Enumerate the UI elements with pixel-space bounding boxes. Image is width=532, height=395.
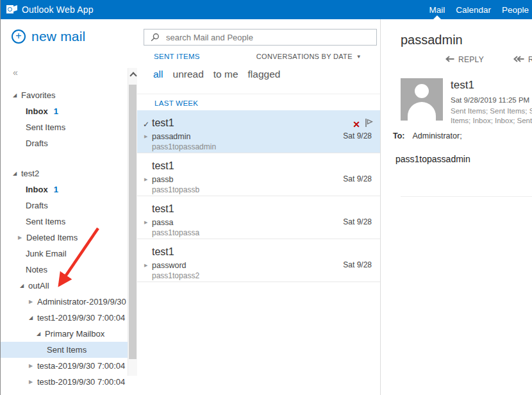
folder-tree: ◢Favorites Inbox1 Sent Items Drafts ◢tes…: [0, 87, 128, 390]
top-navigation: Mail Calendar People: [428, 0, 529, 19]
mailbox-test2[interactable]: ◢test2: [0, 165, 128, 181]
folder-deleted-items[interactable]: ▶Deleted Items: [0, 230, 128, 246]
new-mail-button[interactable]: new mail: [12, 29, 85, 44]
folder-inbox-favorites[interactable]: Inbox1: [0, 103, 128, 119]
sender-name[interactable]: test1: [451, 79, 474, 92]
filter-all[interactable]: all: [153, 69, 163, 80]
unread-count-badge: 1: [54, 103, 58, 119]
tree-expander-icon[interactable]: ◢: [13, 165, 21, 181]
expand-conversation-icon[interactable]: ▶: [144, 134, 147, 139]
folder-sent-items-selected[interactable]: Sent Items: [0, 342, 128, 358]
reply-all-arrow-icon: [513, 55, 524, 64]
collapse-pane-button[interactable]: «: [13, 67, 18, 78]
search-box[interactable]: [144, 29, 377, 46]
folder-primary-mailbox[interactable]: ◢Primary Mailbox: [0, 326, 128, 342]
expand-conversation-icon[interactable]: ▶: [144, 220, 147, 225]
app-title: Outlook Web App: [22, 4, 94, 15]
message-subject: passadmin: [401, 33, 463, 47]
scroll-up-icon[interactable]: [129, 72, 137, 79]
nav-people[interactable]: People: [501, 0, 529, 19]
sender-avatar: [401, 78, 443, 121]
folder-pane: new mail « ◢Favorites Inbox1 Sent Items …: [0, 19, 128, 395]
folder-administrator-snapshot[interactable]: ▶Administrator-2019/9/30 7:: [0, 294, 128, 310]
reply-button[interactable]: REPLY: [445, 55, 484, 64]
delete-icon[interactable]: ✕: [353, 120, 360, 129]
message-datetime: Sat 9/28/2019 11:25 PM: [451, 96, 529, 104]
plus-circle-icon: [12, 29, 26, 44]
search-icon: [151, 33, 160, 42]
tree-expander-icon[interactable]: ◢: [29, 310, 37, 326]
tree-expander-icon[interactable]: ▶: [29, 374, 37, 390]
to-label: To:: [393, 131, 405, 140]
app-logo: Outlook Web App: [6, 0, 94, 19]
mail-item[interactable]: ✓ test1 ✕ ▶ passadmin pass1topassadmin S…: [137, 110, 380, 153]
to-line: To:Administrator;: [393, 131, 462, 140]
expand-conversation-icon[interactable]: ▶: [144, 177, 147, 182]
folder-testb-snapshot[interactable]: ▶testb-2019/9/30 7:00:04: [0, 374, 128, 390]
tree-expander-icon[interactable]: ▶: [18, 230, 26, 246]
folder-testa-snapshot[interactable]: ▶testa-2019/9/30 7:00:04: [0, 358, 128, 374]
message-body: pass1topassadmin: [395, 154, 470, 164]
to-recipient[interactable]: Administrator;: [413, 131, 462, 140]
folder-drafts-test2[interactable]: Drafts: [0, 198, 128, 214]
mail-item[interactable]: test1 ▶ password pass1topass2 Sat 9/28: [137, 239, 380, 282]
message-list-pane: SENT ITEMS CONVERSATIONS BY DATE▼ all un…: [137, 19, 381, 395]
tree-expander-icon[interactable]: ◢: [37, 326, 45, 342]
unread-count-badge: 1: [54, 181, 58, 198]
mail-item[interactable]: test1 ▶ passb pass1topassb Sat 9/28: [137, 153, 380, 196]
filter-flagged[interactable]: flagged: [248, 69, 281, 80]
folder-drafts-favorites[interactable]: Drafts: [0, 135, 128, 151]
window-left-edge: [0, 0, 1, 395]
conversation-folder-list: Sent Items; Sent Items; Sen Items; Inbox…: [451, 106, 532, 126]
folder-favorites[interactable]: ◢Favorites: [0, 87, 128, 103]
selected-check-icon: ✓: [143, 120, 149, 129]
folder-junk-email[interactable]: Junk Email: [0, 246, 128, 262]
reading-pane: passadmin REPLY REP test1 Sat 9/28/2019 …: [381, 19, 532, 395]
filter-unread[interactable]: unread: [173, 69, 204, 80]
folder-sent-items-favorites[interactable]: Sent Items: [0, 119, 128, 135]
reply-arrow-icon: [445, 55, 454, 64]
search-input[interactable]: [165, 32, 376, 43]
tree-expander-icon[interactable]: ▶: [29, 358, 37, 374]
scrollbar-thumb[interactable]: [129, 85, 137, 359]
nav-mail[interactable]: Mail: [428, 0, 445, 19]
top-app-bar: Outlook Web App Mail Calendar People: [0, 0, 532, 19]
reply-all-button[interactable]: REP: [513, 55, 532, 64]
list-filters: all unread to me flagged: [153, 69, 280, 80]
tree-expander-icon[interactable]: ◢: [20, 278, 28, 294]
filter-to-me[interactable]: to me: [213, 69, 238, 80]
sort-by-dropdown[interactable]: CONVERSATIONS BY DATE▼: [256, 53, 362, 60]
folder-outall[interactable]: ◢outAll: [0, 278, 128, 294]
list-header: SENT ITEMS CONVERSATIONS BY DATE▼: [154, 53, 362, 60]
folder-test1-snapshot[interactable]: ◢test1-2019/9/30 7:00:04: [0, 310, 128, 326]
folder-inbox-test2[interactable]: Inbox1: [0, 181, 128, 198]
tree-expander-icon[interactable]: ▶: [29, 294, 37, 310]
group-header: LAST WEEK: [137, 94, 380, 111]
nav-calendar[interactable]: Calendar: [455, 0, 492, 19]
current-folder-label: SENT ITEMS: [154, 53, 200, 60]
message-divider: [401, 196, 532, 197]
outlook-logo-icon: [6, 4, 17, 15]
expand-conversation-icon[interactable]: ▶: [144, 263, 147, 268]
mail-item[interactable]: test1 ▶ passa pass1topassa Sat 9/28: [137, 196, 380, 239]
folder-pane-scrollbar[interactable]: [128, 68, 137, 376]
chevron-down-icon: ▼: [356, 54, 362, 60]
folder-notes[interactable]: Notes: [0, 262, 128, 278]
folder-sent-items-test2[interactable]: Sent Items: [0, 214, 128, 230]
mail-item-list: ✓ test1 ✕ ▶ passadmin pass1topassadmin S…: [137, 110, 380, 282]
tree-expander-icon[interactable]: ◢: [13, 87, 21, 103]
flag-icon[interactable]: [365, 118, 373, 130]
